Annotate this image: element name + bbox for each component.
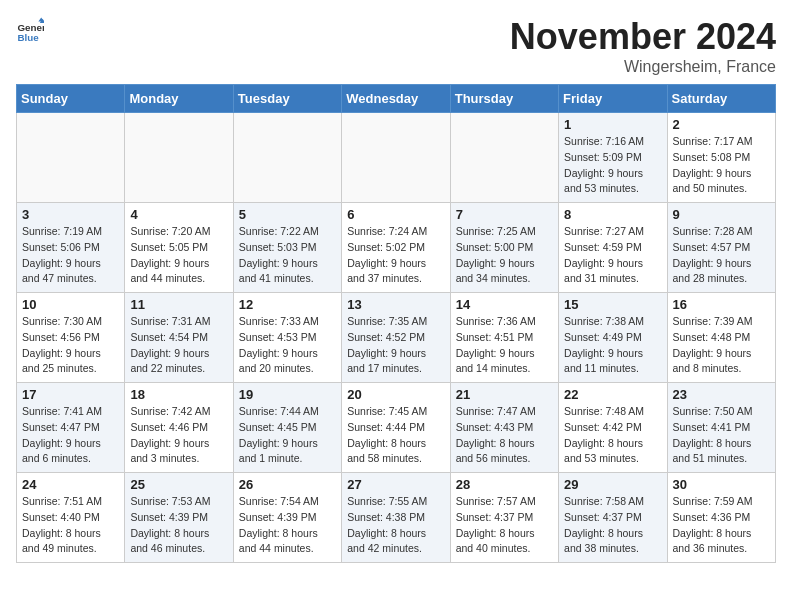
day-number: 14 [456,297,553,312]
calendar-header-row: SundayMondayTuesdayWednesdayThursdayFrid… [17,85,776,113]
day-info: Sunrise: 7:33 AM Sunset: 4:53 PM Dayligh… [239,314,336,377]
calendar-cell: 19Sunrise: 7:44 AM Sunset: 4:45 PM Dayli… [233,383,341,473]
day-number: 18 [130,387,227,402]
day-number: 3 [22,207,119,222]
day-number: 2 [673,117,770,132]
calendar-cell: 12Sunrise: 7:33 AM Sunset: 4:53 PM Dayli… [233,293,341,383]
day-number: 25 [130,477,227,492]
day-info: Sunrise: 7:38 AM Sunset: 4:49 PM Dayligh… [564,314,661,377]
calendar-cell: 15Sunrise: 7:38 AM Sunset: 4:49 PM Dayli… [559,293,667,383]
calendar-cell: 3Sunrise: 7:19 AM Sunset: 5:06 PM Daylig… [17,203,125,293]
day-number: 19 [239,387,336,402]
day-info: Sunrise: 7:58 AM Sunset: 4:37 PM Dayligh… [564,494,661,557]
day-number: 17 [22,387,119,402]
day-number: 10 [22,297,119,312]
column-header-wednesday: Wednesday [342,85,450,113]
day-info: Sunrise: 7:47 AM Sunset: 4:43 PM Dayligh… [456,404,553,467]
day-info: Sunrise: 7:19 AM Sunset: 5:06 PM Dayligh… [22,224,119,287]
day-number: 30 [673,477,770,492]
day-number: 16 [673,297,770,312]
day-info: Sunrise: 7:44 AM Sunset: 4:45 PM Dayligh… [239,404,336,467]
calendar-cell: 21Sunrise: 7:47 AM Sunset: 4:43 PM Dayli… [450,383,558,473]
day-info: Sunrise: 7:45 AM Sunset: 4:44 PM Dayligh… [347,404,444,467]
day-number: 15 [564,297,661,312]
day-number: 29 [564,477,661,492]
day-info: Sunrise: 7:25 AM Sunset: 5:00 PM Dayligh… [456,224,553,287]
calendar-cell [125,113,233,203]
calendar-cell: 18Sunrise: 7:42 AM Sunset: 4:46 PM Dayli… [125,383,233,473]
calendar-cell: 13Sunrise: 7:35 AM Sunset: 4:52 PM Dayli… [342,293,450,383]
calendar-cell: 22Sunrise: 7:48 AM Sunset: 4:42 PM Dayli… [559,383,667,473]
calendar-cell: 25Sunrise: 7:53 AM Sunset: 4:39 PM Dayli… [125,473,233,563]
day-number: 22 [564,387,661,402]
calendar-cell: 14Sunrise: 7:36 AM Sunset: 4:51 PM Dayli… [450,293,558,383]
day-info: Sunrise: 7:31 AM Sunset: 4:54 PM Dayligh… [130,314,227,377]
day-number: 11 [130,297,227,312]
logo-icon: General Blue [16,16,44,44]
day-number: 4 [130,207,227,222]
column-header-monday: Monday [125,85,233,113]
location-title: Wingersheim, France [510,58,776,76]
svg-text:Blue: Blue [17,32,39,43]
calendar-cell: 24Sunrise: 7:51 AM Sunset: 4:40 PM Dayli… [17,473,125,563]
column-header-sunday: Sunday [17,85,125,113]
column-header-saturday: Saturday [667,85,775,113]
day-info: Sunrise: 7:35 AM Sunset: 4:52 PM Dayligh… [347,314,444,377]
day-number: 13 [347,297,444,312]
day-info: Sunrise: 7:28 AM Sunset: 4:57 PM Dayligh… [673,224,770,287]
calendar-cell [17,113,125,203]
calendar-cell: 17Sunrise: 7:41 AM Sunset: 4:47 PM Dayli… [17,383,125,473]
day-info: Sunrise: 7:17 AM Sunset: 5:08 PM Dayligh… [673,134,770,197]
day-info: Sunrise: 7:42 AM Sunset: 4:46 PM Dayligh… [130,404,227,467]
calendar-cell [233,113,341,203]
day-info: Sunrise: 7:24 AM Sunset: 5:02 PM Dayligh… [347,224,444,287]
day-number: 21 [456,387,553,402]
calendar-cell [450,113,558,203]
day-info: Sunrise: 7:41 AM Sunset: 4:47 PM Dayligh… [22,404,119,467]
day-info: Sunrise: 7:39 AM Sunset: 4:48 PM Dayligh… [673,314,770,377]
column-header-friday: Friday [559,85,667,113]
day-number: 5 [239,207,336,222]
column-header-tuesday: Tuesday [233,85,341,113]
calendar-cell: 16Sunrise: 7:39 AM Sunset: 4:48 PM Dayli… [667,293,775,383]
calendar-cell: 20Sunrise: 7:45 AM Sunset: 4:44 PM Dayli… [342,383,450,473]
day-info: Sunrise: 7:59 AM Sunset: 4:36 PM Dayligh… [673,494,770,557]
day-info: Sunrise: 7:22 AM Sunset: 5:03 PM Dayligh… [239,224,336,287]
day-info: Sunrise: 7:16 AM Sunset: 5:09 PM Dayligh… [564,134,661,197]
calendar-week-2: 3Sunrise: 7:19 AM Sunset: 5:06 PM Daylig… [17,203,776,293]
logo: General Blue [16,16,44,44]
day-number: 28 [456,477,553,492]
calendar-cell: 23Sunrise: 7:50 AM Sunset: 4:41 PM Dayli… [667,383,775,473]
calendar-cell: 8Sunrise: 7:27 AM Sunset: 4:59 PM Daylig… [559,203,667,293]
day-number: 24 [22,477,119,492]
calendar-table: SundayMondayTuesdayWednesdayThursdayFrid… [16,84,776,563]
day-number: 26 [239,477,336,492]
calendar-cell: 10Sunrise: 7:30 AM Sunset: 4:56 PM Dayli… [17,293,125,383]
day-info: Sunrise: 7:51 AM Sunset: 4:40 PM Dayligh… [22,494,119,557]
day-info: Sunrise: 7:27 AM Sunset: 4:59 PM Dayligh… [564,224,661,287]
calendar-cell: 5Sunrise: 7:22 AM Sunset: 5:03 PM Daylig… [233,203,341,293]
day-number: 27 [347,477,444,492]
day-info: Sunrise: 7:30 AM Sunset: 4:56 PM Dayligh… [22,314,119,377]
day-info: Sunrise: 7:48 AM Sunset: 4:42 PM Dayligh… [564,404,661,467]
calendar-cell: 29Sunrise: 7:58 AM Sunset: 4:37 PM Dayli… [559,473,667,563]
calendar-cell: 7Sunrise: 7:25 AM Sunset: 5:00 PM Daylig… [450,203,558,293]
calendar-cell: 9Sunrise: 7:28 AM Sunset: 4:57 PM Daylig… [667,203,775,293]
calendar-cell: 4Sunrise: 7:20 AM Sunset: 5:05 PM Daylig… [125,203,233,293]
title-area: November 2024 Wingersheim, France [510,16,776,76]
header: General Blue November 2024 Wingersheim, … [16,16,776,76]
day-number: 6 [347,207,444,222]
calendar-week-4: 17Sunrise: 7:41 AM Sunset: 4:47 PM Dayli… [17,383,776,473]
day-number: 1 [564,117,661,132]
day-info: Sunrise: 7:57 AM Sunset: 4:37 PM Dayligh… [456,494,553,557]
calendar-week-1: 1Sunrise: 7:16 AM Sunset: 5:09 PM Daylig… [17,113,776,203]
calendar-week-5: 24Sunrise: 7:51 AM Sunset: 4:40 PM Dayli… [17,473,776,563]
day-info: Sunrise: 7:50 AM Sunset: 4:41 PM Dayligh… [673,404,770,467]
calendar-cell [342,113,450,203]
day-number: 8 [564,207,661,222]
day-info: Sunrise: 7:20 AM Sunset: 5:05 PM Dayligh… [130,224,227,287]
day-number: 23 [673,387,770,402]
calendar-cell: 11Sunrise: 7:31 AM Sunset: 4:54 PM Dayli… [125,293,233,383]
calendar-cell: 26Sunrise: 7:54 AM Sunset: 4:39 PM Dayli… [233,473,341,563]
calendar-week-3: 10Sunrise: 7:30 AM Sunset: 4:56 PM Dayli… [17,293,776,383]
